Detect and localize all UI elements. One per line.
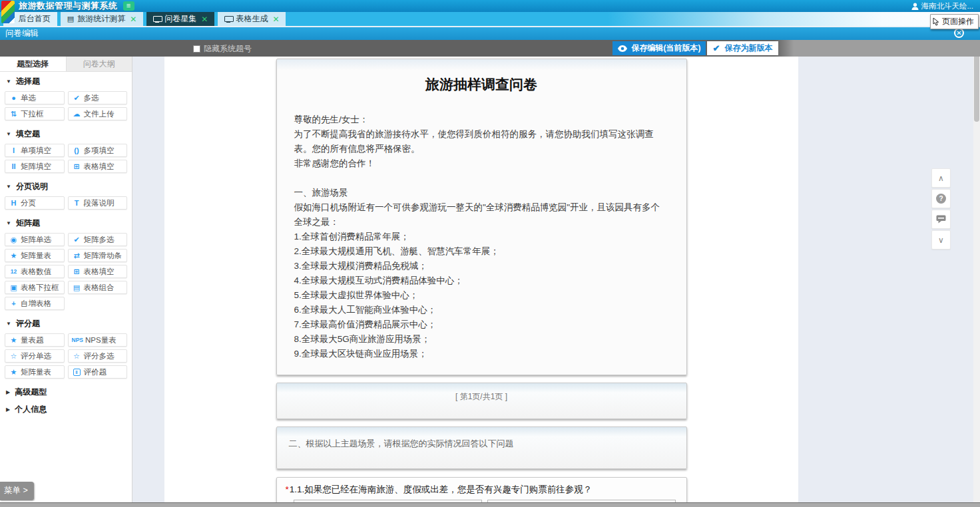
qtype-multi-blank[interactable]: ()多项填空	[68, 144, 128, 157]
scenario-line: 7.全球最高价值消费精品展示中心；	[294, 317, 669, 332]
close-tab-icon[interactable]: ✕	[201, 15, 208, 24]
single-blank-icon: I	[9, 147, 19, 154]
group-header-pagination[interactable]: ▼ 分页说明	[0, 177, 132, 194]
app-title: 旅游数据管理与测算系统	[19, 0, 118, 12]
tab-tourism-stats[interactable]: ▤ 旅游统计测算 ✕	[61, 12, 143, 26]
intro-line: 为了不断提高我省的旅游接待水平，使您得到质价相符的服务，请您协助我们填写这张调查…	[294, 127, 669, 156]
triangle-down-icon: ▼	[6, 184, 11, 190]
triangle-right-icon: ▶	[6, 407, 10, 413]
intro-line: 非常感谢您的合作！	[294, 156, 669, 171]
scenario-line: 1.全球首创消费精品常年展；	[294, 230, 669, 244]
group-header-choice[interactable]: ▼ 选择题	[0, 72, 132, 89]
user-menu[interactable]: 海南北斗天绘...	[911, 0, 973, 12]
hide-ids-checkbox[interactable]	[193, 45, 200, 53]
table-dropdown-icon: ▣	[9, 284, 19, 291]
scenario-line: 5.全球最大虚拟世界体验中心；	[294, 288, 669, 303]
group-pagination: ▼ 分页说明 H分页 T段落说明	[0, 177, 132, 214]
matrix-scale-icon: ★	[9, 252, 19, 259]
group-header-personal[interactable]: ▶ 个人信息	[0, 400, 132, 417]
rate-radio-icon: ☆	[9, 353, 19, 360]
tab-table-generate[interactable]: 表格生成 ✕	[218, 12, 286, 26]
qtype-file-upload[interactable]: ☁文件上传	[68, 107, 128, 120]
survey-title: 旅游抽样调查问卷	[294, 75, 669, 94]
qtype-rate-check[interactable]: ☆评分多选	[68, 349, 128, 363]
qtype-review[interactable]: ‖评价题	[68, 365, 128, 379]
triangle-down-icon: ▼	[6, 220, 11, 226]
triangle-down-icon: ▼	[6, 321, 11, 327]
qtype-matrix-check[interactable]: ✔矩阵多选	[68, 233, 128, 246]
hand-pointer-icon	[933, 17, 941, 26]
triangle-down-icon: ▼	[6, 79, 11, 84]
triangle-right-icon: ▶	[6, 389, 10, 395]
survey-intro-card[interactable]: 旅游抽样调查问卷 尊敬的先生/女士： 为了不断提高我省的旅游接待水平，使您得到质…	[276, 59, 687, 375]
group-personal: ▶ 个人信息	[0, 400, 132, 417]
group-fill-blank: ▼ 填空题 I单项填空 ()多项填空 II矩阵填空 ⊞表格填空	[0, 124, 132, 177]
qtype-matrix-scale2[interactable]: ★矩阵量表	[5, 365, 65, 379]
scenario-line: 4.全球最大规模互动式消费精品体验中心；	[294, 273, 669, 288]
group-header-fill-blank[interactable]: ▼ 填空题	[0, 124, 132, 142]
body-area: 题型选择 问卷大纲 ▼ 选择题 ●单选 ✔多选 ⇅下拉框 ☁文件上传 ▼ 填空题…	[0, 57, 980, 502]
menu-flyout-tab[interactable]: 菜单 >	[0, 482, 34, 500]
close-tab-icon[interactable]: ✕	[272, 15, 279, 24]
editor-toolbar: 隐藏系统题号 保存编辑(当前版本) ✔ 保存为新版本	[0, 40, 980, 57]
page-header: 问卷编辑 ✕	[0, 27, 980, 40]
matrix-scale-icon: ★	[9, 369, 19, 376]
qtype-auto-table[interactable]: +自增表格	[5, 297, 65, 310]
hamburger-menu-icon[interactable]: ≡	[123, 1, 134, 11]
pagebreak-card[interactable]: [ 第1页/共1页 ]	[276, 383, 687, 419]
help-button[interactable]: ?	[931, 189, 951, 208]
qtype-table-blank[interactable]: ⊞表格填空	[68, 160, 128, 173]
pagebreak-icon: H	[9, 200, 19, 207]
tab-questionnaire[interactable]: 问卷星集 ✕	[146, 12, 214, 26]
close-tab-icon[interactable]: ✕	[130, 15, 136, 24]
qtype-table-blank2[interactable]: ⊞表格填空	[68, 265, 128, 278]
table-number-icon: 12	[9, 269, 19, 275]
group-header-rating[interactable]: ▼ 评分题	[0, 314, 132, 331]
group-header-advanced[interactable]: ▶ 高级题型	[0, 383, 132, 400]
qtype-scale[interactable]: ★量表题	[5, 333, 65, 347]
save-new-version-button[interactable]: ✔ 保存为新版本	[707, 41, 778, 55]
pagebreak-label: [ 第1页/共1页 ]	[455, 392, 507, 401]
question-type-sidebar: 题型选择 问卷大纲 ▼ 选择题 ●单选 ✔多选 ⇅下拉框 ☁文件上传 ▼ 填空题…	[0, 57, 132, 502]
close-panel-icon[interactable]: ✕	[954, 28, 964, 38]
qtype-matrix-radio[interactable]: ◉矩阵单选	[5, 233, 65, 246]
group-matrix: ▼ 矩阵题 ◉矩阵单选 ✔矩阵多选 ★矩阵量表 ⇄矩阵滑动条 12表格数值 ⊞表…	[0, 214, 132, 314]
qtype-matrix-scale[interactable]: ★矩阵量表	[5, 249, 65, 262]
page-title: 问卷编辑	[5, 29, 39, 38]
question-card-1[interactable]: *1.1.如果您已经在海南旅游、度假或出差，您是否有兴趣专门购票前往参观？ A.…	[276, 477, 687, 502]
qtype-rate-radio[interactable]: ☆评分单选	[5, 349, 65, 363]
group-header-matrix[interactable]: ▼ 矩阵题	[0, 214, 132, 231]
scroll-up-button[interactable]: ∧	[931, 168, 951, 188]
tab-survey-outline[interactable]: 问卷大纲	[67, 57, 132, 71]
qtype-multi-choice[interactable]: ✔多选	[68, 91, 128, 104]
qtype-single-choice[interactable]: ●单选	[5, 91, 65, 104]
qtype-single-blank[interactable]: I单项填空	[5, 144, 65, 157]
scroll-down-button[interactable]: ∨	[931, 230, 951, 250]
qtype-nps[interactable]: NPSNPS量表	[68, 333, 128, 347]
qtype-matrix-slider[interactable]: ⇄矩阵滑动条	[68, 249, 128, 262]
monitor-icon	[153, 16, 161, 23]
vertical-scrollbar[interactable]: ▲	[973, 39, 980, 502]
qtype-table-combo[interactable]: ▤表格组合	[68, 281, 128, 294]
nps-icon: NPS	[72, 337, 83, 343]
review-icon: ‖	[73, 369, 81, 376]
page-operation-button[interactable]: 页面操作	[930, 14, 979, 29]
scrollbar-thumb[interactable]	[974, 47, 979, 122]
horizontal-scrollbar[interactable]	[0, 502, 980, 507]
comment-button[interactable]	[931, 210, 951, 229]
add-table-icon: +	[9, 300, 19, 307]
multi-blank-icon: ()	[72, 147, 82, 154]
tab-question-types[interactable]: 题型选择	[0, 57, 67, 71]
save-current-version-button[interactable]: 保存编辑(当前版本)	[612, 41, 706, 55]
qtype-pagebreak[interactable]: H分页	[5, 196, 65, 210]
qtype-table-number[interactable]: 12表格数值	[5, 265, 65, 278]
title-bar: 旅游数据管理与测算系统 ≡ 海南北斗天绘...	[0, 0, 980, 12]
required-asterisk: *	[286, 484, 289, 494]
group-advanced: ▶ 高级题型	[0, 383, 132, 400]
qtype-paragraph[interactable]: T段落说明	[68, 196, 128, 210]
qtype-matrix-blank[interactable]: II矩阵填空	[5, 160, 65, 173]
section-card[interactable]: 二、根据以上主题场景，请根据您的实际情况回答以下问题	[276, 426, 687, 469]
qtype-dropdown[interactable]: ⇅下拉框	[5, 107, 65, 120]
qtype-table-dropdown[interactable]: ▣表格下拉框	[5, 281, 65, 294]
user-name: 海南北斗天绘...	[921, 1, 973, 11]
